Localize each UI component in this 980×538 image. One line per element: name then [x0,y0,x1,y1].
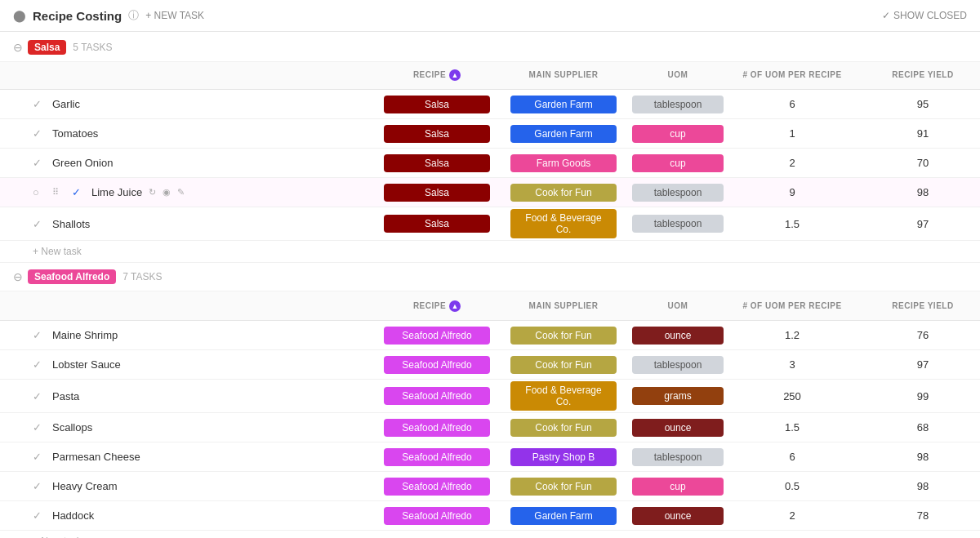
pasta-name-cell: ✓ Pasta [0,387,376,406]
lobster-sauce-yield-cell: 97 [858,350,980,379]
parmesan-cheese-label: Parmesan Cheese [52,451,140,463]
maine-shrimp-name-cell: ✓ Maine Shrimp [0,326,376,345]
lobster-sauce-label: Lobster Sauce [52,358,121,371]
heavy-cream-recipe-cell: Seafood Alfredo [376,472,498,500]
page-title: Recipe Costing [33,9,122,23]
haddock-supplier-cell: Garden Farm [498,501,629,530]
green-onion-check[interactable]: ✓ [33,157,46,169]
tomatoes-uom-pill: cup [632,125,724,143]
maine-shrimp-check[interactable]: ✓ [33,329,46,341]
heavy-cream-check[interactable]: ✓ [33,480,46,492]
salsa-new-task-button[interactable]: + New task [0,241,980,263]
col-uom-per-recipe-seafood: # OF UOM PER RECIPE [727,295,858,317]
group-salsa-badge: Salsa [28,40,66,55]
haddock-name-cell: ✓ Haddock [0,506,376,525]
repeat-icon[interactable]: ↻ [149,187,156,198]
tomatoes-yield-cell: 91 [858,119,980,148]
task-row-pasta: ✓ Pasta Seafood Alfredo Food & Beverage … [0,380,980,413]
group-salsa: ⊖ Salsa 5 TASKS RECIPE ▲ MAIN SUPPLIER U… [0,32,980,263]
heavy-cream-supplier-pill: Cook for Fun [510,478,617,496]
parmesan-cheese-recipe-pill: Seafood Alfredo [384,448,490,466]
shallots-uom-per-recipe-cell: 1.5 [727,207,858,240]
lime-juice-recipe-cell: Salsa [376,178,498,207]
col-task-name [0,64,376,86]
haddock-uom-cell: ounce [629,501,727,530]
haddock-check[interactable]: ✓ [33,509,46,522]
drag-icon[interactable]: ⠿ [52,187,65,198]
group-salsa-toggle[interactable]: ⊖ [13,41,23,54]
lime-juice-label: Lime Juice [91,186,142,198]
lobster-sauce-check[interactable]: ✓ [33,358,46,371]
heavy-cream-uom-cell: cup [629,472,727,500]
shallots-yield-cell: 97 [858,207,980,240]
group-seafood-badge: Seafood Alfredo [28,269,116,284]
show-closed-label: SHOW CLOSED [893,10,967,21]
parmesan-cheese-uom-per-recipe-value: 6 [730,451,854,463]
maine-shrimp-uom-per-recipe-value: 1.2 [730,329,854,341]
scallops-check[interactable]: ✓ [33,421,46,434]
shallots-yield-value: 97 [861,218,980,230]
sort-icon-salsa[interactable]: ▲ [449,69,461,81]
col-recipe-salsa: RECIPE ▲ [376,64,498,86]
scallops-supplier-cell: Cook for Fun [498,413,629,442]
haddock-uom-per-recipe-cell: 2 [727,501,858,530]
lobster-sauce-recipe-pill: Seafood Alfredo [384,356,490,374]
garlic-yield-cell: 95 [858,90,980,118]
haddock-label: Haddock [52,509,94,522]
heavy-cream-uom-per-recipe-cell: 0.5 [727,472,858,500]
show-closed-button[interactable]: ✓ SHOW CLOSED [882,10,967,21]
lime-juice-name-cell: ○ ⠿ ✓ Lime Juice ↻ ◉ ✎ [0,183,376,202]
tomatoes-recipe-cell: Salsa [376,119,498,148]
task-row-scallops: ✓ Scallops Seafood Alfredo Cook for Fun … [0,413,980,442]
garlic-recipe-pill: Salsa [384,96,490,113]
tomatoes-supplier-cell: Garden Farm [498,119,629,148]
pasta-yield-cell: 99 [858,380,980,412]
recipe-label-seafood: RECIPE [413,301,446,310]
hide-icon[interactable]: ◉ [163,187,171,198]
parmesan-cheese-recipe-cell: Seafood Alfredo [376,442,498,471]
tomatoes-check[interactable]: ✓ [33,127,46,140]
task-row-lime-juice: ○ ⠿ ✓ Lime Juice ↻ ◉ ✎ Salsa Cook for Fu… [0,178,980,207]
parmesan-cheese-check[interactable]: ✓ [33,451,46,463]
seafood-new-task-button[interactable]: + New task [0,531,980,538]
green-onion-yield-value: 70 [861,157,980,169]
new-task-button[interactable]: + NEW TASK [145,10,204,21]
info-icon[interactable]: ⓘ [128,8,139,23]
green-onion-supplier-pill: Farm Goods [510,154,617,172]
lobster-sauce-uom-cell: tablespoon [629,350,727,379]
heavy-cream-yield-value: 98 [861,480,980,492]
shallots-check[interactable]: ✓ [33,218,46,230]
col-headers-salsa: RECIPE ▲ MAIN SUPPLIER UOM # OF UOM PER … [0,60,980,90]
task-row-garlic: ✓ Garlic Salsa Garden Farm tablespoon 6 … [0,90,980,119]
green-onion-label: Green Onion [52,157,113,169]
tomatoes-uom-cell: cup [629,119,727,148]
group-seafood-header: ⊖ Seafood Alfredo 7 TASKS [0,263,980,291]
col-uom-per-recipe-salsa: # OF UOM PER RECIPE [727,64,858,86]
garlic-check[interactable]: ✓ [33,98,46,110]
pasta-yield-value: 99 [861,390,980,402]
pasta-check[interactable]: ✓ [33,390,46,402]
lime-juice-check[interactable]: ✓ [72,186,85,198]
parmesan-cheese-supplier-cell: Pastry Shop B [498,442,629,471]
sort-icon-seafood[interactable]: ▲ [449,300,461,312]
lobster-sauce-uom-per-recipe-value: 3 [730,358,854,371]
green-onion-uom-per-recipe-value: 2 [730,157,854,169]
edit-icon[interactable]: ✎ [177,187,185,198]
scallops-yield-cell: 68 [858,413,980,442]
task-row-lobster-sauce: ✓ Lobster Sauce Seafood Alfredo Cook for… [0,350,980,380]
green-onion-recipe-cell: Salsa [376,149,498,177]
pasta-uom-per-recipe-value: 250 [730,390,854,402]
main-content: ⊖ Salsa 5 TASKS RECIPE ▲ MAIN SUPPLIER U… [0,32,980,538]
pasta-uom-cell: grams [629,380,727,412]
shallots-uom-cell: tablespoon [629,207,727,240]
group-seafood-toggle[interactable]: ⊖ [13,270,23,283]
garlic-supplier-pill: Garden Farm [510,96,617,113]
parmesan-cheese-uom-per-recipe-cell: 6 [727,442,858,471]
haddock-uom-per-recipe-value: 2 [730,509,854,522]
tomatoes-supplier-pill: Garden Farm [510,125,617,143]
shallots-recipe-pill: Salsa [384,215,490,233]
scallops-name-cell: ✓ Scallops [0,418,376,437]
task-row-green-onion: ✓ Green Onion Salsa Farm Goods cup 2 70 [0,149,980,178]
maine-shrimp-yield-value: 76 [861,329,980,341]
parmesan-cheese-supplier-pill: Pastry Shop B [510,448,617,466]
